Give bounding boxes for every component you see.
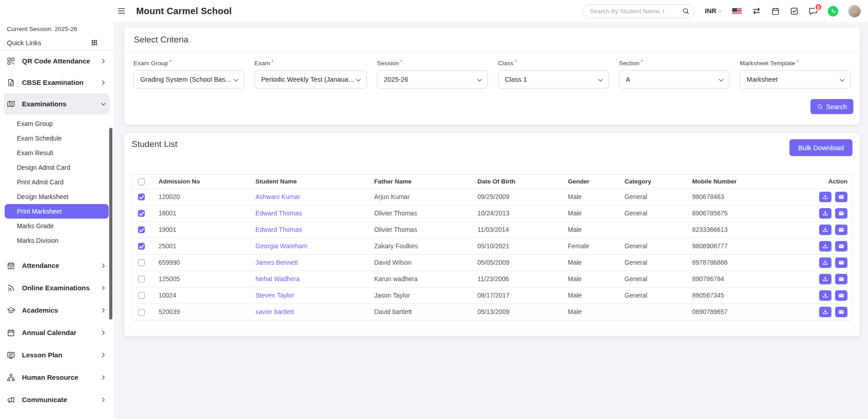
row-checkbox[interactable]: [138, 309, 145, 316]
email-marksheet-button[interactable]: [835, 208, 847, 219]
chevron-down-icon: [839, 77, 846, 84]
row-checkbox[interactable]: [138, 292, 145, 299]
sidebar-item-attendance[interactable]: Attendance: [4, 254, 110, 277]
class-select[interactable]: Class 1: [498, 70, 609, 89]
sidebar-item-cbse-examination[interactable]: CBSE Examination: [4, 72, 110, 93]
sidebar-subitem-marks-division[interactable]: Marks Division: [5, 233, 109, 248]
hamburger-menu-icon[interactable]: [117, 6, 126, 16]
chevron-right-icon: [100, 397, 106, 403]
sidebar-subitem-print-admit-card[interactable]: Print Admit Card: [5, 175, 109, 189]
student-name-link[interactable]: xavier bartlett: [255, 308, 294, 315]
header-actions: INR 0: [582, 4, 868, 18]
exam-group-select[interactable]: Grading System (School Bas...: [133, 70, 244, 89]
sidebar-item-examinations[interactable]: Examinations: [4, 93, 110, 115]
row-checkbox[interactable]: [138, 194, 145, 200]
email-marksheet-button[interactable]: [835, 307, 847, 317]
email-marksheet-button[interactable]: [835, 241, 847, 251]
table-row: 125005 Nehal Wadhera Karun wadhera 11/23…: [132, 271, 852, 287]
mobile-cell: 890786784: [688, 271, 799, 287]
session-select[interactable]: 2025-26: [377, 70, 488, 89]
calendar-icon: [7, 329, 15, 337]
chevron-down-icon: [233, 77, 239, 84]
bulk-download-button[interactable]: Bulk Download: [789, 139, 852, 156]
sidebar-item-partial[interactable]: [4, 411, 110, 419]
sidebar-subitem-design-marksheet[interactable]: Design Marksheet: [5, 189, 109, 204]
download-marksheet-button[interactable]: [819, 274, 831, 284]
student-name-link[interactable]: Ashwani Kumar: [255, 193, 300, 200]
sidebar-item-academics[interactable]: Academics: [4, 299, 110, 321]
sidebar-subitem-exam-group[interactable]: Exam Group: [5, 116, 109, 131]
student-name-link[interactable]: Edward Thomas: [255, 226, 302, 233]
student-name-link[interactable]: Edward Thomas: [255, 210, 302, 217]
sidebar-item-annual-calendar[interactable]: Annual Calendar: [4, 321, 110, 344]
admission-no-cell: 25001: [155, 238, 252, 254]
admission-no-cell: 125005: [155, 271, 252, 287]
gender-cell: Male: [564, 205, 621, 221]
row-checkbox[interactable]: [138, 210, 145, 217]
currency-selector[interactable]: INR: [705, 7, 722, 15]
quick-links-grid-icon[interactable]: [90, 39, 106, 47]
chevron-down-icon: [718, 10, 722, 13]
col-action: Action: [799, 175, 852, 189]
email-marksheet-button[interactable]: [835, 290, 847, 301]
row-checkbox[interactable]: [138, 226, 145, 233]
language-flag-us[interactable]: [732, 8, 742, 14]
category-cell: General: [621, 189, 688, 205]
sidebar-item-human-resource[interactable]: Human Resource: [4, 366, 110, 388]
row-checkbox[interactable]: [138, 243, 145, 250]
search-input[interactable]: [582, 4, 695, 18]
download-marksheet-button[interactable]: [819, 225, 831, 235]
user-avatar[interactable]: [848, 5, 861, 17]
student-name-link[interactable]: Steven Taylor: [255, 292, 294, 299]
student-name-link[interactable]: Nehal Wadhera: [255, 275, 300, 283]
required-marker: *: [515, 59, 517, 65]
download-marksheet-button[interactable]: [819, 257, 831, 268]
student-name-link[interactable]: James Bennett: [255, 259, 298, 266]
sidebar-item-online-examinations[interactable]: Online Examinations: [4, 277, 110, 299]
search-button[interactable]: Search: [810, 99, 853, 114]
sidebar-subitem-exam-result[interactable]: Exam Result: [5, 146, 109, 160]
category-cell: General: [621, 254, 688, 271]
student-name-link[interactable]: Georgia Wareham: [255, 242, 307, 250]
section-select[interactable]: A: [619, 70, 730, 89]
download-marksheet-button[interactable]: [819, 192, 831, 202]
gender-cell: Male: [564, 287, 621, 304]
exam-select[interactable]: Periodic Weekly Test (Janaua...: [254, 70, 367, 89]
swap-icon[interactable]: [752, 6, 761, 16]
table-row: 25001 Georgia Wareham Zakary Foulkes 05/…: [132, 238, 852, 254]
download-marksheet-button[interactable]: [819, 307, 831, 317]
chevron-right-icon: [100, 262, 106, 269]
sidebar-item-communicate[interactable]: Communicate: [4, 388, 110, 411]
col-student-name: Student Name: [252, 175, 370, 189]
whatsapp-icon[interactable]: [828, 6, 838, 16]
email-marksheet-button[interactable]: [835, 257, 847, 268]
tasks-icon[interactable]: [790, 7, 799, 16]
marksheet-template-select[interactable]: Marksheet: [740, 70, 851, 89]
category-cell: General: [621, 205, 688, 221]
download-marksheet-button[interactable]: [819, 241, 831, 251]
chevron-right-icon: [100, 285, 106, 291]
sidebar-scrollbar[interactable]: [109, 128, 112, 319]
sidebar-item-qr-code-attendance[interactable]: QR Code Attendance: [4, 50, 110, 72]
gender-cell: Male: [564, 254, 621, 271]
select-all-checkbox[interactable]: [138, 178, 145, 185]
chat-icon[interactable]: 0: [809, 6, 818, 16]
email-marksheet-button[interactable]: [835, 225, 847, 235]
download-marksheet-button[interactable]: [819, 290, 831, 301]
row-checkbox[interactable]: [138, 259, 145, 266]
email-marksheet-button[interactable]: [835, 192, 847, 202]
calendar-icon[interactable]: [771, 7, 780, 16]
download-marksheet-button[interactable]: [819, 208, 831, 219]
chevron-down-icon: [718, 77, 725, 84]
email-marksheet-button[interactable]: [835, 274, 847, 284]
row-checkbox[interactable]: [138, 276, 145, 283]
table-header-row: Admission No Student Name Father Name Da…: [132, 175, 852, 189]
sidebar-subitem-marks-grade[interactable]: Marks Grade: [5, 219, 109, 233]
sidebar-item-lesson-plan[interactable]: Lesson Plan: [4, 344, 110, 366]
search-icon[interactable]: [682, 7, 690, 15]
sidebar-subitem-exam-schedule[interactable]: Exam Schedule: [5, 131, 109, 146]
dob-cell: 11/23/2006: [474, 271, 564, 287]
file-text-icon: [7, 79, 15, 87]
sidebar-subitem-design-admit-card[interactable]: Design Admit Card: [5, 160, 109, 175]
sidebar-subitem-print-marksheet[interactable]: Print Marksheet: [5, 204, 109, 219]
